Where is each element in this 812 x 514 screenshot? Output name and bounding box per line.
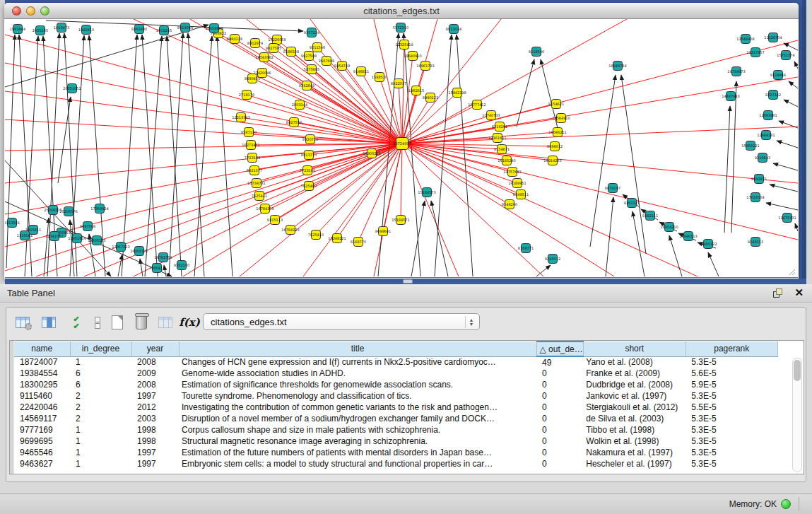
- table-row[interactable]: 911546021997Tourette syndrome. Phenomeno…: [14, 390, 777, 402]
- table-row[interactable]: 946362711997Embryonic stem cells: a mode…: [14, 458, 777, 469]
- graph-node-label: 8822037: [391, 81, 406, 86]
- import-columns-button[interactable]: ✔✔: [66, 312, 87, 333]
- new-table-button[interactable]: [107, 312, 128, 333]
- rows-button[interactable]: [87, 312, 108, 333]
- table-cell: 1997: [131, 390, 179, 402]
- graph-node-label: 9227342: [765, 93, 781, 97]
- table-row[interactable]: 969969511998Structural magnetic resonanc…: [14, 436, 777, 447]
- graph-node-label: 9129966: [770, 73, 786, 77]
- network-canvas[interactable]: 7663822896012889129741522605898275051654…: [5, 19, 798, 278]
- graph-node-label: 1610473: [54, 25, 69, 30]
- table-cell: Jankovic et al. (1997): [583, 390, 686, 402]
- node-table[interactable]: namein_degreeyeartitle△ out_de…shortpage…: [9, 340, 804, 474]
- table-cell: 5.3E-5: [686, 424, 777, 436]
- table-cell: Estimation of significance thresholds fo…: [179, 379, 536, 390]
- table-row[interactable]: 946554611997Estimation of the future num…: [14, 447, 777, 458]
- splitter-grip-icon[interactable]: [403, 279, 413, 284]
- graph-node-label: 9827508: [301, 54, 317, 58]
- table-cell: 19384554: [14, 368, 70, 379]
- table-panel: Table Panel ✕ ✔✔: [0, 284, 812, 514]
- graph-node-label: 9361121: [624, 201, 640, 205]
- network-view-window[interactable]: citations_edges.txt 76638228960128891297…: [4, 3, 799, 279]
- rows-icon: [95, 316, 100, 329]
- row-header-stub: [10, 341, 13, 474]
- network-graph[interactable]: 7663822896012889129741522605898275051654…: [5, 19, 798, 278]
- float-panel-icon[interactable]: [772, 288, 784, 299]
- memory-ok-icon: [781, 499, 791, 509]
- table-settings-button[interactable]: [12, 312, 33, 333]
- function-builder-button[interactable]: f(x): [179, 312, 200, 333]
- table-row[interactable]: 977716911998Corpus callosum shape and si…: [14, 424, 777, 436]
- graph-node-label: 16185240: [498, 158, 515, 163]
- graph-node-label: 19734973: [727, 69, 745, 74]
- graph-node-label: 9357224: [304, 30, 319, 35]
- column-header[interactable]: pagerank: [686, 341, 777, 356]
- graph-node-label: 7895411: [149, 266, 165, 270]
- table-row[interactable]: 1938455462009Genome-wide association stu…: [14, 368, 777, 379]
- graph-node-label: 9546200: [502, 202, 517, 206]
- table-cell: 49: [536, 356, 583, 368]
- table-row[interactable]: 1830029562008Estimation of significance …: [14, 379, 777, 390]
- graph-node-label: 17016504: [746, 195, 764, 199]
- table-cell: 2: [70, 413, 131, 424]
- column-header[interactable]: in_degree: [70, 341, 131, 356]
- table-toolbar: ✔✔ f(x) citations_edges.txt: [6, 308, 806, 337]
- graph-node-label: 9692971: [751, 177, 767, 181]
- status-bar: Memory: OK: [0, 493, 812, 514]
- graph-node-label: 11675331: [778, 216, 796, 220]
- column-header[interactable]: △ out_de…: [536, 341, 583, 356]
- graph-node-label: 9146821: [353, 69, 369, 74]
- table-cell: Hescheler et al. (1997): [583, 458, 686, 469]
- graph-node-label: 20206576: [59, 209, 77, 214]
- graph-node-label: 7723100: [300, 168, 315, 173]
- table-selector-dropdown[interactable]: citations_edges.txt ▲▼: [203, 313, 480, 330]
- graph-node-label: 12161611: [488, 136, 506, 140]
- graph-node-label: 16189951: [508, 181, 526, 185]
- table-cell: Estimation of the future numbers of pati…: [179, 447, 536, 458]
- graph-node-label: 9210643: [755, 156, 770, 160]
- table-cell: Tourette syndrome. Phenomenology and cla…: [179, 390, 536, 402]
- column-select-button[interactable]: [38, 312, 59, 333]
- new-table-icon: [112, 315, 123, 329]
- graph-node-label: 18273451: [242, 143, 259, 147]
- column-header[interactable]: short: [583, 341, 686, 356]
- table-cell: Disruption of a novel member of a sodium…: [179, 413, 536, 424]
- statusbar-divider: [799, 497, 799, 511]
- delete-table-button[interactable]: [131, 312, 152, 333]
- column-header[interactable]: title: [179, 341, 536, 356]
- graph-node-label: 9827505: [266, 46, 281, 50]
- resize-grip[interactable]: [789, 269, 795, 275]
- graph-node-label: 12505135: [88, 238, 105, 243]
- table-row[interactable]: 2242004622012Investigating the contribut…: [14, 402, 777, 413]
- graph-node-label: 8168771: [518, 246, 534, 250]
- table-cell: Changes of HCN gene expression and I(f) …: [179, 356, 536, 368]
- table-settings-icon: [16, 317, 30, 328]
- graph-node-label: 9320711: [302, 137, 318, 141]
- graph-node-label: 8096012: [547, 144, 563, 148]
- window-titlebar[interactable]: citations_edges.txt: [4, 3, 799, 19]
- table-row[interactable]: 1872400712008Changes of HCN gene express…: [14, 356, 777, 368]
- graph-node-label: 5875685: [304, 67, 319, 71]
- panel-splitter[interactable]: [5, 279, 806, 284]
- column-header[interactable]: name: [14, 341, 70, 356]
- table-cell: 5.5E-5: [686, 402, 777, 413]
- graph-node-label: 1501245: [156, 28, 172, 33]
- graph-node-label: 16784123: [281, 228, 299, 232]
- graph-node-label: 18640910: [404, 54, 421, 58]
- graph-node-label: 9154621: [548, 102, 564, 106]
- graph-node-label: 9245012: [545, 257, 560, 261]
- table-vertical-scrollbar[interactable]: [792, 358, 802, 472]
- close-panel-icon[interactable]: ✕: [794, 286, 804, 299]
- graph-node-label: 1862615: [408, 88, 424, 93]
- table-row[interactable]: 1456911722003Disruption of a novel membe…: [14, 413, 777, 424]
- table-cell: 5.3E-5: [686, 436, 777, 447]
- column-header[interactable]: year: [131, 341, 179, 356]
- table-cell: 5.9E-5: [686, 379, 777, 390]
- import-columns-icon: ✔✔: [73, 315, 79, 329]
- graph-node-label: 8427552: [286, 120, 302, 124]
- application-window: citations_edges.txt 76638228960128891297…: [0, 0, 812, 514]
- scrollbar-thumb[interactable]: [794, 360, 801, 381]
- table-cell: 0: [536, 447, 583, 458]
- table-cell: Nakamura et al. (1997): [583, 447, 686, 458]
- table-cell: 1997: [131, 447, 179, 458]
